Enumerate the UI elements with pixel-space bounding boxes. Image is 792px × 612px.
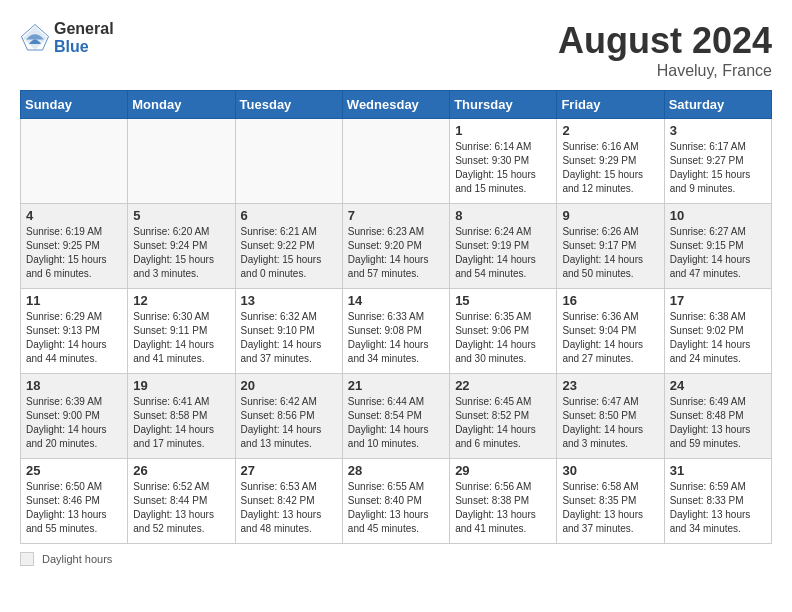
day-cell: 25Sunrise: 6:50 AMSunset: 8:46 PMDayligh…	[21, 459, 128, 544]
day-cell: 20Sunrise: 6:42 AMSunset: 8:56 PMDayligh…	[235, 374, 342, 459]
day-cell: 23Sunrise: 6:47 AMSunset: 8:50 PMDayligh…	[557, 374, 664, 459]
day-cell: 15Sunrise: 6:35 AMSunset: 9:06 PMDayligh…	[450, 289, 557, 374]
day-info: Sunrise: 6:30 AMSunset: 9:11 PMDaylight:…	[133, 310, 229, 366]
day-number: 4	[26, 208, 122, 223]
day-number: 30	[562, 463, 658, 478]
day-cell: 30Sunrise: 6:58 AMSunset: 8:35 PMDayligh…	[557, 459, 664, 544]
day-header-friday: Friday	[557, 91, 664, 119]
page-header: General Blue August 2024 Haveluy, France	[20, 20, 772, 80]
day-cell: 16Sunrise: 6:36 AMSunset: 9:04 PMDayligh…	[557, 289, 664, 374]
day-cell: 2Sunrise: 6:16 AMSunset: 9:29 PMDaylight…	[557, 119, 664, 204]
day-cell: 14Sunrise: 6:33 AMSunset: 9:08 PMDayligh…	[342, 289, 449, 374]
day-number: 8	[455, 208, 551, 223]
logo: General Blue	[20, 20, 114, 55]
day-cell: 11Sunrise: 6:29 AMSunset: 9:13 PMDayligh…	[21, 289, 128, 374]
day-cell: 10Sunrise: 6:27 AMSunset: 9:15 PMDayligh…	[664, 204, 771, 289]
day-cell: 13Sunrise: 6:32 AMSunset: 9:10 PMDayligh…	[235, 289, 342, 374]
day-number: 24	[670, 378, 766, 393]
day-number: 29	[455, 463, 551, 478]
day-number: 13	[241, 293, 337, 308]
day-info: Sunrise: 6:36 AMSunset: 9:04 PMDaylight:…	[562, 310, 658, 366]
day-number: 28	[348, 463, 444, 478]
day-cell: 31Sunrise: 6:59 AMSunset: 8:33 PMDayligh…	[664, 459, 771, 544]
day-header-saturday: Saturday	[664, 91, 771, 119]
day-number: 19	[133, 378, 229, 393]
logo-text: General Blue	[54, 20, 114, 55]
day-info: Sunrise: 6:55 AMSunset: 8:40 PMDaylight:…	[348, 480, 444, 536]
day-header-wednesday: Wednesday	[342, 91, 449, 119]
day-number: 21	[348, 378, 444, 393]
day-info: Sunrise: 6:29 AMSunset: 9:13 PMDaylight:…	[26, 310, 122, 366]
day-number: 22	[455, 378, 551, 393]
day-info: Sunrise: 6:58 AMSunset: 8:35 PMDaylight:…	[562, 480, 658, 536]
day-cell: 26Sunrise: 6:52 AMSunset: 8:44 PMDayligh…	[128, 459, 235, 544]
day-info: Sunrise: 6:20 AMSunset: 9:24 PMDaylight:…	[133, 225, 229, 281]
day-cell: 18Sunrise: 6:39 AMSunset: 9:00 PMDayligh…	[21, 374, 128, 459]
day-cell: 1Sunrise: 6:14 AMSunset: 9:30 PMDaylight…	[450, 119, 557, 204]
week-row-2: 4Sunrise: 6:19 AMSunset: 9:25 PMDaylight…	[21, 204, 772, 289]
legend-box	[20, 552, 34, 566]
day-number: 16	[562, 293, 658, 308]
day-info: Sunrise: 6:39 AMSunset: 9:00 PMDaylight:…	[26, 395, 122, 451]
day-number: 1	[455, 123, 551, 138]
day-header-monday: Monday	[128, 91, 235, 119]
day-info: Sunrise: 6:50 AMSunset: 8:46 PMDaylight:…	[26, 480, 122, 536]
day-number: 18	[26, 378, 122, 393]
day-number: 6	[241, 208, 337, 223]
day-cell: 4Sunrise: 6:19 AMSunset: 9:25 PMDaylight…	[21, 204, 128, 289]
logo-icon	[20, 23, 50, 53]
header-row: SundayMondayTuesdayWednesdayThursdayFrid…	[21, 91, 772, 119]
day-info: Sunrise: 6:52 AMSunset: 8:44 PMDaylight:…	[133, 480, 229, 536]
day-header-tuesday: Tuesday	[235, 91, 342, 119]
day-info: Sunrise: 6:26 AMSunset: 9:17 PMDaylight:…	[562, 225, 658, 281]
day-cell: 27Sunrise: 6:53 AMSunset: 8:42 PMDayligh…	[235, 459, 342, 544]
day-cell	[235, 119, 342, 204]
week-row-1: 1Sunrise: 6:14 AMSunset: 9:30 PMDaylight…	[21, 119, 772, 204]
day-cell: 19Sunrise: 6:41 AMSunset: 8:58 PMDayligh…	[128, 374, 235, 459]
day-info: Sunrise: 6:24 AMSunset: 9:19 PMDaylight:…	[455, 225, 551, 281]
day-cell: 9Sunrise: 6:26 AMSunset: 9:17 PMDaylight…	[557, 204, 664, 289]
day-cell: 3Sunrise: 6:17 AMSunset: 9:27 PMDaylight…	[664, 119, 771, 204]
day-info: Sunrise: 6:23 AMSunset: 9:20 PMDaylight:…	[348, 225, 444, 281]
day-info: Sunrise: 6:21 AMSunset: 9:22 PMDaylight:…	[241, 225, 337, 281]
day-info: Sunrise: 6:35 AMSunset: 9:06 PMDaylight:…	[455, 310, 551, 366]
day-info: Sunrise: 6:32 AMSunset: 9:10 PMDaylight:…	[241, 310, 337, 366]
day-cell: 29Sunrise: 6:56 AMSunset: 8:38 PMDayligh…	[450, 459, 557, 544]
week-row-4: 18Sunrise: 6:39 AMSunset: 9:00 PMDayligh…	[21, 374, 772, 459]
day-number: 23	[562, 378, 658, 393]
location-title: Haveluy, France	[558, 62, 772, 80]
day-info: Sunrise: 6:41 AMSunset: 8:58 PMDaylight:…	[133, 395, 229, 451]
day-info: Sunrise: 6:33 AMSunset: 9:08 PMDaylight:…	[348, 310, 444, 366]
day-number: 12	[133, 293, 229, 308]
day-info: Sunrise: 6:19 AMSunset: 9:25 PMDaylight:…	[26, 225, 122, 281]
day-info: Sunrise: 6:45 AMSunset: 8:52 PMDaylight:…	[455, 395, 551, 451]
day-cell: 21Sunrise: 6:44 AMSunset: 8:54 PMDayligh…	[342, 374, 449, 459]
day-number: 26	[133, 463, 229, 478]
legend-label: Daylight hours	[42, 553, 112, 565]
day-number: 9	[562, 208, 658, 223]
day-info: Sunrise: 6:49 AMSunset: 8:48 PMDaylight:…	[670, 395, 766, 451]
day-info: Sunrise: 6:27 AMSunset: 9:15 PMDaylight:…	[670, 225, 766, 281]
day-number: 5	[133, 208, 229, 223]
day-cell: 22Sunrise: 6:45 AMSunset: 8:52 PMDayligh…	[450, 374, 557, 459]
day-cell: 17Sunrise: 6:38 AMSunset: 9:02 PMDayligh…	[664, 289, 771, 374]
day-number: 20	[241, 378, 337, 393]
day-number: 15	[455, 293, 551, 308]
day-number: 2	[562, 123, 658, 138]
day-info: Sunrise: 6:17 AMSunset: 9:27 PMDaylight:…	[670, 140, 766, 196]
logo-blue: Blue	[54, 38, 114, 56]
day-info: Sunrise: 6:38 AMSunset: 9:02 PMDaylight:…	[670, 310, 766, 366]
day-info: Sunrise: 6:59 AMSunset: 8:33 PMDaylight:…	[670, 480, 766, 536]
day-cell: 24Sunrise: 6:49 AMSunset: 8:48 PMDayligh…	[664, 374, 771, 459]
day-cell: 5Sunrise: 6:20 AMSunset: 9:24 PMDaylight…	[128, 204, 235, 289]
day-info: Sunrise: 6:14 AMSunset: 9:30 PMDaylight:…	[455, 140, 551, 196]
day-cell: 12Sunrise: 6:30 AMSunset: 9:11 PMDayligh…	[128, 289, 235, 374]
day-info: Sunrise: 6:53 AMSunset: 8:42 PMDaylight:…	[241, 480, 337, 536]
day-info: Sunrise: 6:42 AMSunset: 8:56 PMDaylight:…	[241, 395, 337, 451]
day-number: 3	[670, 123, 766, 138]
day-number: 11	[26, 293, 122, 308]
logo-general: General	[54, 20, 114, 38]
day-number: 7	[348, 208, 444, 223]
footer: Daylight hours	[20, 552, 772, 566]
day-cell: 8Sunrise: 6:24 AMSunset: 9:19 PMDaylight…	[450, 204, 557, 289]
